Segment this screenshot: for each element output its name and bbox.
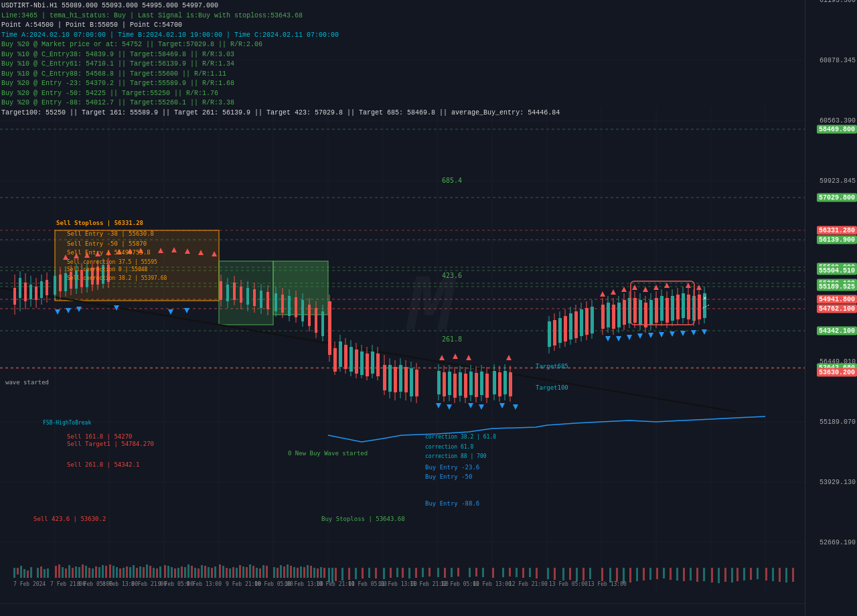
price-box-54762: 54762.100 (817, 305, 857, 313)
svg-rect-195 (785, 568, 787, 583)
svg-rect-88 (181, 566, 183, 578)
svg-rect-359 (553, 320, 556, 345)
svg-rect-125 (310, 566, 312, 578)
svg-rect-121 (297, 568, 299, 578)
svg-rect-175 (649, 568, 651, 580)
svg-rect-68 (112, 566, 114, 578)
svg-rect-263 (253, 289, 256, 306)
svg-rect-46 (30, 567, 32, 578)
svg-rect-48 (40, 566, 42, 578)
price-box-56331: 56331.280 (817, 226, 857, 235)
svg-rect-259 (240, 287, 242, 303)
svg-rect-43 (20, 566, 22, 578)
svg-rect-375 (601, 305, 605, 329)
svg-marker-418 (632, 285, 637, 290)
svg-rect-411 (698, 295, 701, 319)
svg-rect-81 (156, 568, 158, 578)
svg-marker-421 (664, 283, 670, 288)
svg-marker-338 (436, 403, 441, 408)
svg-rect-60 (85, 566, 87, 578)
svg-text:9 Feb 05:00: 9 Feb 05:00 (158, 581, 193, 587)
svg-rect-158 (522, 568, 524, 578)
svg-rect-202 (24, 283, 27, 301)
svg-rect-295 (355, 350, 358, 374)
svg-rect-305 (383, 365, 386, 390)
svg-rect-198 (13, 288, 16, 305)
header-line10: Buy %20 @ Entry -50: 54225 || Target:552… (1, 89, 560, 99)
svg-rect-47 (37, 568, 39, 578)
svg-marker-340 (468, 403, 473, 408)
svg-line-40 (0, 288, 736, 412)
svg-rect-151 (469, 568, 471, 577)
price-60878: 60878.345 (820, 57, 856, 64)
svg-rect-176 (656, 568, 658, 579)
svg-rect-74 (133, 565, 135, 578)
svg-rect-319 (437, 371, 441, 394)
svg-rect-355 (509, 372, 512, 396)
svg-rect-96 (208, 567, 210, 578)
price-52669: 52669.190 (820, 539, 856, 546)
svg-rect-106 (242, 566, 244, 578)
svg-marker-344 (439, 355, 445, 360)
svg-rect-93 (198, 568, 200, 578)
svg-text:11 Feb 13:00: 11 Feb 13:00 (378, 581, 417, 587)
svg-rect-108 (249, 564, 251, 578)
header-line5: Buy %20 @ Market price or at: 54752 || T… (1, 40, 560, 50)
svg-rect-218 (70, 272, 72, 289)
svg-rect-78 (146, 564, 148, 578)
svg-rect-123 (303, 567, 305, 578)
svg-text:12 Feb 13:00: 12 Feb 13:00 (473, 581, 512, 587)
header-line7: Buy %10 @ C_Entry61: 54710.1 || Target:5… (1, 60, 560, 70)
price-box-54941: 54941.800 (817, 295, 857, 304)
svg-rect-193 (772, 568, 774, 581)
svg-rect-58 (78, 567, 80, 578)
svg-rect-361 (558, 318, 562, 343)
header-line2: Line:3465 | tema_h1_status: Buy | Last S… (1, 11, 560, 21)
svg-rect-309 (394, 367, 397, 392)
svg-rect-92 (194, 568, 196, 578)
svg-rect-331 (469, 372, 473, 395)
svg-rect-129 (323, 568, 325, 578)
svg-rect-160 (536, 568, 538, 579)
svg-marker-430 (670, 331, 675, 337)
svg-rect-387 (633, 298, 637, 323)
price-60563: 60563.390 (820, 117, 856, 125)
svg-rect-315 (410, 368, 413, 396)
svg-rect-271 (281, 295, 284, 313)
svg-rect-369 (580, 309, 583, 336)
svg-rect-357 (548, 321, 551, 347)
svg-rect-150 (457, 568, 459, 576)
svg-rect-289 (339, 341, 342, 367)
svg-rect-138 (375, 568, 377, 579)
svg-rect-269 (275, 293, 277, 311)
svg-rect-71 (123, 568, 125, 578)
svg-rect-279 (308, 305, 311, 326)
svg-rect-389 (639, 300, 642, 325)
svg-rect-143 (408, 568, 410, 579)
svg-marker-244 (198, 250, 204, 255)
svg-rect-230 (102, 265, 104, 284)
svg-rect-204 (29, 285, 32, 299)
svg-rect-132 (335, 568, 337, 581)
svg-text:9 Feb 21:00: 9 Feb 21:00 (226, 581, 261, 587)
svg-rect-44 (23, 569, 25, 578)
svg-rect-45 (27, 570, 29, 578)
svg-rect-103 (232, 567, 234, 578)
svg-text:13 Feb 05:00: 13 Feb 05:00 (549, 581, 588, 587)
svg-text:Sell correction 0 | 55048: Sell correction 0 | 55048 (67, 266, 148, 273)
price-box-57029: 57029.800 (817, 194, 857, 202)
svg-rect-118 (287, 564, 289, 578)
svg-marker-416 (611, 289, 616, 295)
chart-container: M USDTIRT-Nbi.H1 55089.000 55093.000 549… (0, 0, 857, 616)
header-line9: Buy %20 @ Entry -23: 54370.2 || Target:5… (1, 79, 560, 89)
svg-rect-63 (95, 566, 97, 578)
svg-rect-321 (443, 372, 446, 396)
svg-rect-208 (40, 281, 43, 298)
svg-rect-153 (482, 568, 484, 577)
svg-rect-273 (288, 296, 291, 316)
svg-rect-127 (317, 568, 319, 578)
svg-rect-149 (451, 568, 453, 577)
svg-rect-120 (293, 567, 295, 578)
svg-rect-99 (219, 564, 221, 578)
svg-rect-381 (617, 303, 621, 327)
